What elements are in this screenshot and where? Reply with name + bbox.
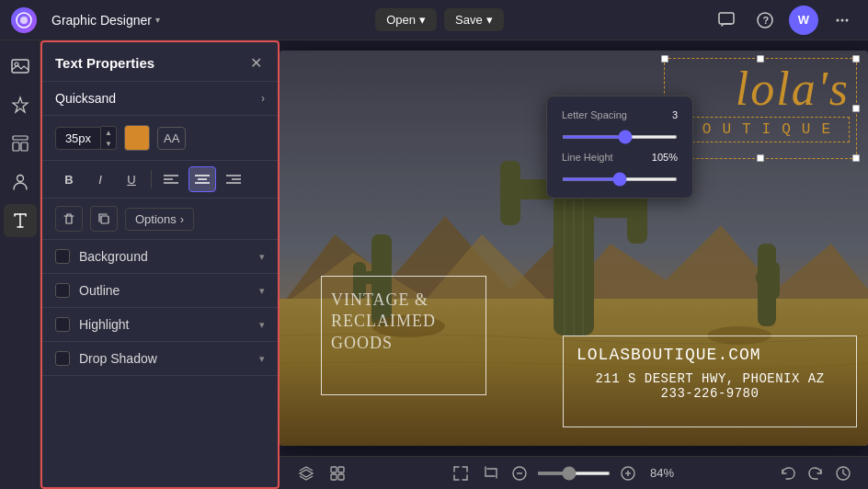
- font-controls-row: ▲ ▼ AA: [42, 116, 278, 161]
- svg-point-1: [20, 17, 28, 24]
- zoom-out-button[interactable]: [508, 463, 531, 483]
- topbar: Graphic Designer ▾ Open ▾ Save ▾ ? W: [0, 0, 868, 40]
- bottombar: 84%: [280, 456, 868, 489]
- letter-spacing-row: Letter Spacing 3: [562, 109, 678, 142]
- letter-spacing-label: Letter Spacing: [562, 109, 627, 120]
- icon-sidebar: [0, 40, 40, 489]
- background-chevron-icon: ▾: [259, 251, 265, 263]
- line-height-label: Line Height: [562, 152, 613, 163]
- app-name-chevron: ▾: [155, 15, 160, 25]
- panel-title: Text Properties: [55, 55, 154, 71]
- close-icon: ✕: [250, 54, 262, 72]
- drop-shadow-section[interactable]: Drop Shadow ▾: [42, 342, 278, 376]
- bold-btn[interactable]: B: [55, 166, 83, 192]
- highlight-chevron-icon: ▾: [259, 319, 265, 331]
- zoom-slider[interactable]: [537, 472, 611, 475]
- svg-rect-2: [719, 13, 734, 24]
- font-size-up-btn[interactable]: ▲: [101, 127, 116, 138]
- undo-button[interactable]: [778, 463, 798, 483]
- panel-close-button[interactable]: ✕: [246, 53, 265, 72]
- topbar-left: Graphic Designer ▾: [11, 7, 167, 33]
- sidebar-images-btn[interactable]: [4, 50, 37, 83]
- svg-rect-47: [338, 467, 344, 472]
- options-row: Options ›: [42, 199, 278, 240]
- zoom-in-button[interactable]: [616, 463, 640, 483]
- line-height-row: Line Height 105%: [562, 152, 678, 185]
- svg-rect-48: [331, 474, 337, 480]
- outline-section[interactable]: Outline ▾: [42, 274, 278, 308]
- options-label: Options: [135, 212, 177, 226]
- align-center-btn[interactable]: [188, 166, 216, 192]
- align-left-btn[interactable]: [157, 166, 185, 192]
- svg-point-5: [836, 18, 839, 21]
- highlight-label: Highlight: [79, 317, 129, 332]
- sidebar-effects-btn[interactable]: [4, 88, 37, 121]
- background-section-left: Background: [55, 249, 148, 264]
- outline-checkbox[interactable]: [55, 283, 70, 298]
- font-size-arrows: ▲ ▼: [101, 126, 117, 150]
- svg-point-13: [17, 176, 23, 182]
- layers-button[interactable]: [294, 463, 318, 483]
- font-color-swatch[interactable]: [124, 125, 150, 151]
- line-height-slider[interactable]: [562, 177, 678, 181]
- letter-spacing-label-row: Letter Spacing 3: [562, 109, 678, 120]
- more-options-button[interactable]: [828, 6, 857, 35]
- bottombar-center: 84%: [449, 463, 679, 483]
- bottombar-right: [778, 463, 853, 483]
- sidebar-layout-btn[interactable]: [4, 127, 37, 160]
- svg-rect-10: [13, 136, 28, 140]
- sidebar-text-btn[interactable]: [4, 204, 37, 237]
- grid-button[interactable]: [326, 463, 349, 483]
- svg-rect-12: [21, 142, 28, 151]
- font-size-input[interactable]: [55, 127, 101, 150]
- line-height-label-row: Line Height 105%: [562, 152, 678, 163]
- topbar-right: ? W: [712, 6, 857, 35]
- open-button[interactable]: Open ▾: [375, 8, 437, 31]
- save-chevron: ▾: [486, 13, 493, 27]
- avatar-button[interactable]: W: [789, 6, 818, 35]
- letter-spacing-slider[interactable]: [562, 135, 678, 139]
- topbar-center: Open ▾ Save ▾: [375, 8, 503, 31]
- underline-btn[interactable]: U: [118, 166, 145, 192]
- expand-button[interactable]: [449, 463, 473, 483]
- outline-chevron-icon: ▾: [259, 285, 265, 297]
- duplicate-button[interactable]: [90, 206, 118, 232]
- avatar-label: W: [798, 13, 809, 27]
- highlight-section[interactable]: Highlight ▾: [42, 308, 278, 342]
- drop-shadow-chevron-icon: ▾: [259, 353, 265, 365]
- background-section[interactable]: Background ▾: [42, 240, 278, 274]
- background-label: Background: [79, 249, 148, 264]
- save-button[interactable]: Save ▾: [444, 8, 504, 31]
- font-name-row[interactable]: Quicksand ›: [42, 82, 278, 116]
- svg-point-7: [845, 18, 848, 21]
- history-button[interactable]: [833, 463, 853, 483]
- help-button[interactable]: ?: [750, 6, 780, 35]
- highlight-checkbox[interactable]: [55, 317, 70, 332]
- font-size-down-btn[interactable]: ▼: [101, 138, 116, 149]
- background-checkbox[interactable]: [55, 249, 70, 264]
- redo-button[interactable]: [805, 463, 826, 483]
- comment-button[interactable]: [712, 6, 741, 35]
- font-name-label: Quicksand: [55, 91, 116, 106]
- boutique-text-block[interactable]: lola's BOUTIQUE: [674, 65, 850, 142]
- crop-button[interactable]: [478, 463, 502, 483]
- options-button[interactable]: Options ›: [125, 208, 194, 231]
- svg-rect-23: [101, 216, 108, 223]
- drop-shadow-checkbox[interactable]: [55, 351, 70, 366]
- app-name-label: Graphic Designer: [51, 13, 152, 28]
- align-right-btn[interactable]: [220, 166, 247, 192]
- sidebar-people-btn[interactable]: [4, 165, 37, 199]
- main-area: Text Properties ✕ Quicksand › ▲ ▼ AA: [0, 40, 868, 489]
- svg-point-6: [840, 18, 843, 21]
- delete-button[interactable]: [55, 206, 83, 232]
- font-chevron-icon: ›: [261, 92, 265, 105]
- outline-section-left: Outline: [55, 283, 120, 298]
- boutique-text: BOUTIQUE: [674, 117, 850, 142]
- panel-header: Text Properties ✕: [42, 42, 278, 82]
- canvas-content[interactable]: Letter Spacing 3 Line Height 105%: [280, 40, 868, 456]
- text-size-toggle-btn[interactable]: AA: [157, 127, 186, 150]
- save-label: Save: [455, 13, 483, 27]
- format-separator: [151, 170, 152, 188]
- app-name-button[interactable]: Graphic Designer ▾: [44, 9, 167, 31]
- italic-btn[interactable]: I: [86, 166, 114, 192]
